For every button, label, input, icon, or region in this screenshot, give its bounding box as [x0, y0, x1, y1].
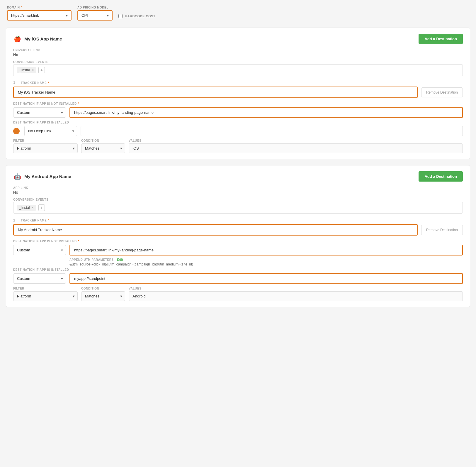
ios-app-name: My iOS App Name	[24, 36, 62, 41]
orange-dot-icon	[13, 128, 20, 134]
android-icon: 🤖	[13, 172, 21, 181]
ios-icon: 🍎	[13, 35, 21, 43]
ios-values-input[interactable]	[129, 143, 463, 153]
android-destination-1: 1 TRACKER NAME * Remove Destination DEST…	[13, 218, 463, 301]
ios-dest-installed-url-input[interactable]	[81, 126, 463, 136]
android-values-input[interactable]	[129, 291, 463, 301]
ios-add-destination-button[interactable]: Add a Destination	[419, 34, 463, 44]
android-filter-col: FILTER Platform ▼	[13, 287, 78, 301]
ios-filter-label: FILTER	[13, 139, 78, 142]
ios-dest-not-installed-row: Custom ▼	[13, 107, 463, 118]
android-dest-installed-section: DESTINATION IF APP IS INSTALLED Custom ▼	[13, 268, 463, 284]
pricing-label: AD PRICING MODEL	[77, 6, 113, 9]
ios-values-col: VALUES	[129, 139, 463, 153]
ios-app-title: 🍎 My iOS App Name	[13, 35, 62, 43]
android-values-col: VALUES	[129, 287, 463, 301]
domain-field-group: DOMAIN * https://smart.link ▼	[7, 6, 72, 21]
ios-values-label: VALUES	[129, 139, 463, 142]
ios-tracker-row: Remove Destination	[13, 87, 463, 98]
android-append-utm-edit-link[interactable]: Edit	[117, 258, 123, 261]
domain-select-wrapper[interactable]: https://smart.link ▼	[7, 10, 72, 21]
domain-label: DOMAIN *	[7, 6, 72, 9]
android-append-utm-label: APPEND UTM PARAMETERS	[69, 258, 114, 261]
android-dest-not-installed-row: Custom ▼	[13, 245, 463, 256]
pricing-select-wrapper[interactable]: CPI ▼	[77, 10, 113, 21]
ios-tag-add-button[interactable]: +	[38, 67, 45, 73]
ios-dest-url-input[interactable]	[69, 107, 463, 118]
ios-dest-not-installed-label: DESTINATION IF APP IS NOT INSTALLED *	[13, 102, 463, 105]
hardcode-cost-checkbox[interactable]	[118, 14, 123, 18]
ios-filter-select-wrapper[interactable]: Platform ▼	[13, 143, 78, 153]
ios-dest-number-row: 1 TRACKER NAME *	[13, 81, 463, 85]
android-dest-number-row: 1 TRACKER NAME *	[13, 218, 463, 222]
android-filter-row: FILTER Platform ▼ CONDITION Matches ▼	[13, 287, 463, 301]
android-dest-type-select-wrapper[interactable]: Custom ▼	[13, 245, 66, 255]
ios-destination-1: 1 TRACKER NAME * Remove Destination DEST…	[13, 81, 463, 153]
ios-dest-installed-select[interactable]: No Deep Link	[24, 126, 77, 136]
android-dest-not-installed-section: DESTINATION IF APP IS NOT INSTALLED * Cu…	[13, 240, 463, 266]
ios-dest-type-select-wrapper[interactable]: Custom ▼	[13, 107, 66, 118]
ios-conversion-events-container: _Install × +	[13, 64, 463, 76]
android-append-utm-value: &utm_source={click_id}&utm_campaign={cam…	[69, 262, 463, 266]
ios-dest-not-installed-section: DESTINATION IF APP IS NOT INSTALLED * Cu…	[13, 102, 463, 118]
ios-dest-type-select[interactable]: Custom	[13, 107, 66, 118]
ios-tag-label: _Install	[19, 68, 30, 72]
android-dest-number: 1	[13, 218, 18, 222]
ios-filter-select[interactable]: Platform	[13, 143, 78, 153]
android-tracker-label: TRACKER NAME *	[21, 219, 49, 222]
ios-remove-destination-button[interactable]: Remove Destination	[421, 87, 463, 97]
ios-tracker-name-input[interactable]	[13, 87, 418, 98]
ios-tracker-label: TRACKER NAME *	[21, 81, 49, 84]
android-dest-url-input[interactable]	[69, 245, 463, 256]
android-tag-remove-icon[interactable]: ×	[32, 206, 34, 210]
ios-condition-col: CONDITION Matches ▼	[81, 139, 125, 153]
ios-dest-installed-label: DESTINATION IF APP IS INSTALLED	[13, 121, 463, 124]
android-dest-installed-label: DESTINATION IF APP IS INSTALLED	[13, 268, 463, 271]
ios-conversion-events-label: CONVERSION EVENTS	[13, 60, 463, 64]
hardcode-cost-group: HARDCODE COST	[118, 14, 155, 21]
android-tracker-name-input[interactable]	[13, 224, 418, 236]
android-append-utm-section: APPEND UTM PARAMETERS Edit &utm_source={…	[13, 257, 463, 266]
ios-conversion-tag: _Install ×	[17, 67, 36, 73]
ios-filter-col: FILTER Platform ▼	[13, 139, 78, 153]
android-app-title: 🤖 My Android App Name	[13, 172, 71, 181]
android-dest-installed-select[interactable]: Custom	[13, 273, 66, 284]
android-filter-select-wrapper[interactable]: Platform ▼	[13, 291, 78, 301]
android-app-link-value: No	[13, 190, 463, 194]
android-dest-installed-url-input[interactable]	[69, 273, 463, 284]
android-condition-label: CONDITION	[81, 287, 125, 290]
android-conversion-events-row: CONVERSION EVENTS _Install × +	[13, 198, 463, 214]
android-condition-select[interactable]: Matches	[81, 291, 125, 301]
ios-dest-installed-select-wrapper[interactable]: No Deep Link ▼	[24, 126, 77, 136]
android-condition-select-wrapper[interactable]: Matches ▼	[81, 291, 125, 301]
android-app-link-label: APP LINK	[13, 186, 463, 189]
android-condition-col: CONDITION Matches ▼	[81, 287, 125, 301]
android-tag-label: _Install	[19, 206, 30, 210]
android-dest-type-select[interactable]: Custom	[13, 245, 66, 255]
ios-dest-installed-section: DESTINATION IF APP IS INSTALLED No Deep …	[13, 121, 463, 136]
android-conversion-tag: _Install ×	[17, 205, 36, 211]
android-add-destination-button[interactable]: Add a Destination	[419, 171, 463, 182]
android-app-link-row: APP LINK No	[13, 186, 463, 194]
ios-condition-select[interactable]: Matches	[81, 143, 125, 153]
android-dest-not-installed-label: DESTINATION IF APP IS NOT INSTALLED *	[13, 240, 463, 243]
hardcode-cost-label: HARDCODE COST	[125, 14, 155, 18]
ios-conversion-events-row: CONVERSION EVENTS _Install × +	[13, 60, 463, 76]
android-app-name: My Android App Name	[24, 174, 71, 179]
android-tracker-row: Remove Destination	[13, 224, 463, 236]
android-filter-select[interactable]: Platform	[13, 291, 78, 301]
ios-section: 🍎 My iOS App Name Add a Destination UNIV…	[6, 28, 470, 159]
ios-universal-link-row: UNIVERSAL LINK No	[13, 49, 463, 57]
ios-condition-select-wrapper[interactable]: Matches ▼	[81, 143, 125, 153]
android-remove-destination-button[interactable]: Remove Destination	[421, 225, 463, 235]
android-conversion-events-label: CONVERSION EVENTS	[13, 198, 463, 201]
android-tag-add-button[interactable]: +	[38, 204, 45, 211]
pricing-field-group: AD PRICING MODEL CPI ▼	[77, 6, 113, 21]
pricing-select[interactable]: CPI	[77, 10, 113, 21]
ios-universal-link-label: UNIVERSAL LINK	[13, 49, 463, 52]
android-dest-installed-select-wrapper[interactable]: Custom ▼	[13, 273, 66, 284]
android-section: 🤖 My Android App Name Add a Destination …	[6, 165, 470, 307]
ios-tag-remove-icon[interactable]: ×	[32, 68, 34, 72]
domain-select[interactable]: https://smart.link	[7, 10, 72, 21]
android-filter-label: FILTER	[13, 287, 78, 290]
